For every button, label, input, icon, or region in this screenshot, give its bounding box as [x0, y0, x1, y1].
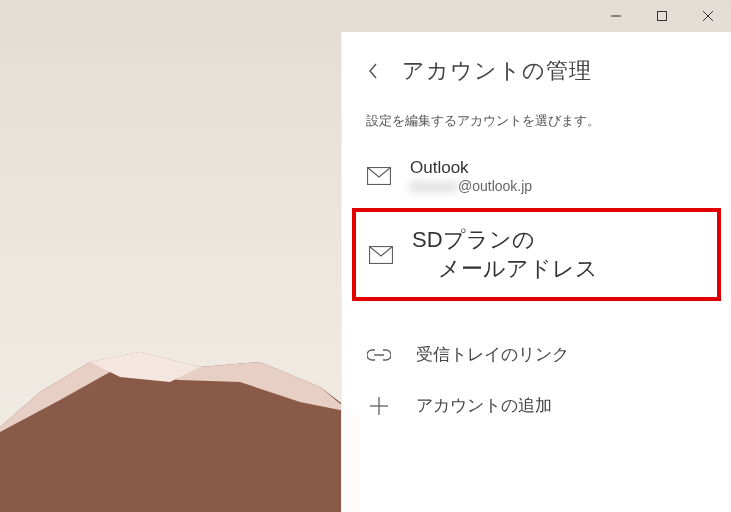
plus-icon: [366, 396, 392, 416]
back-button[interactable]: [362, 62, 384, 80]
account-text: Outlook xxxxxx@outlook.jp: [410, 158, 532, 194]
add-account-option[interactable]: アカウントの追加: [342, 380, 731, 431]
account-name: Outlook: [410, 158, 532, 178]
highlight-line2: メールアドレス: [412, 255, 598, 284]
minimize-button[interactable]: [593, 0, 639, 32]
mail-icon: [368, 246, 394, 264]
account-item-outlook[interactable]: Outlook xxxxxx@outlook.jp: [342, 152, 731, 200]
mail-icon: [366, 167, 392, 185]
highlight-text: SDプランの メールアドレス: [412, 226, 598, 283]
link-inboxes-option[interactable]: 受信トレイのリンク: [342, 329, 731, 380]
add-account-label: アカウントの追加: [416, 394, 552, 417]
account-item-sd-plan[interactable]: SDプランの メールアドレス: [352, 208, 721, 301]
close-button[interactable]: [685, 0, 731, 32]
panel-title: アカウントの管理: [402, 56, 592, 86]
highlight-line1: SDプランの: [412, 227, 535, 252]
svg-rect-1: [658, 12, 667, 21]
panel-header: アカウントの管理: [342, 50, 731, 104]
maximize-button[interactable]: [639, 0, 685, 32]
link-icon: [366, 348, 392, 362]
window-titlebar: [0, 0, 731, 32]
account-email: xxxxxx@outlook.jp: [410, 178, 532, 194]
panel-subtitle: 設定を編集するアカウントを選びます。: [342, 104, 731, 152]
accounts-panel: アカウントの管理 設定を編集するアカウントを選びます。 Outlook xxxx…: [341, 32, 731, 512]
link-inboxes-label: 受信トレイのリンク: [416, 343, 569, 366]
